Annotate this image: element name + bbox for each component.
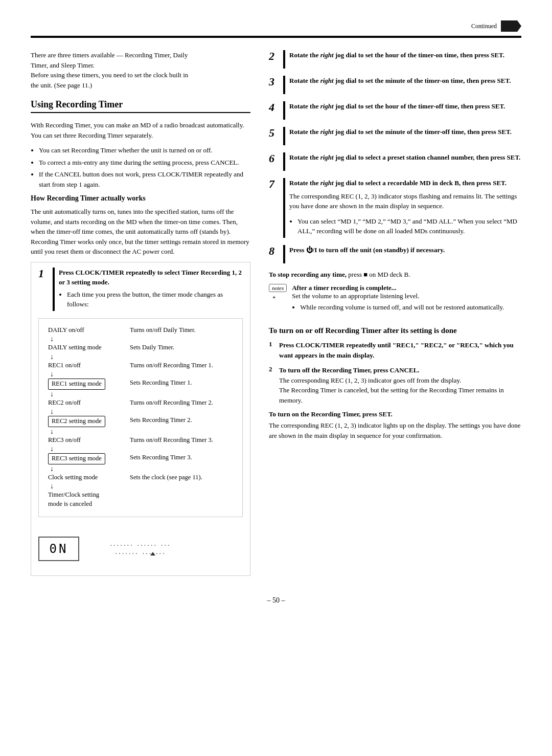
flow-row: REC2 on/off Turns on/off Recording Timer… — [48, 398, 233, 408]
turn-sub-heading: To turn on the Recording Timer, press SE… — [269, 410, 521, 418]
right-column: 2 Rotate the right jog dial to set the h… — [269, 50, 521, 576]
flow-desc: Sets Recording Timer 3. — [130, 453, 233, 462]
flow-label: REC3 on/off — [48, 436, 130, 445]
notes-bullets: While recording volume is turned off, an… — [292, 302, 504, 313]
step-4-content: Rotate the right jog dial to set the hou… — [289, 101, 521, 112]
turn-step-1: 1 Press CLOCK/TIMER repeatedly until "RE… — [269, 340, 521, 360]
turn-heading: To turn on or off Recording Timer after … — [269, 325, 521, 336]
display-dots-icon: ....... ...... .... ....... ....... — [109, 538, 171, 558]
step-bar — [283, 245, 285, 263]
step-7-content: Rotate the right jog dial to select a re… — [289, 178, 521, 238]
step-3: 3 Rotate the right jog dial to set the m… — [269, 76, 521, 94]
step-number-3: 3 — [269, 76, 280, 88]
flow-arrow-icon: ↓ — [48, 483, 233, 490]
stop-text: To stop recording any time, press ■ on M… — [269, 271, 521, 279]
top-bar: Continued — [31, 20, 521, 32]
flow-desc: Turns on/off Recording Timer 1. — [130, 361, 233, 370]
flow-label: REC2 setting mode — [48, 416, 130, 427]
list-item: While recording volume is turned off, an… — [300, 302, 504, 313]
steps-right: 2 Rotate the right jog dial to set the h… — [269, 50, 521, 263]
step-number-8: 8 — [269, 245, 280, 257]
step-number: 2 — [269, 365, 276, 373]
notes-box: notes ✦ After a timer recording is compl… — [269, 284, 521, 318]
step-bar — [53, 268, 55, 311]
step-1: 1 Press CLOCK/TIMER repeatedly to select… — [38, 268, 243, 311]
flow-row: REC1 on/off Turns on/off Recording Timer… — [48, 361, 233, 370]
step-number-7: 7 — [269, 178, 280, 190]
step-content: To turn off the Recording Timer, press C… — [279, 365, 521, 405]
sub-heading: How Recording Timer actually works — [31, 194, 250, 203]
list-item: You can set Recording Timer whether the … — [39, 145, 250, 155]
display-dots: ....... ...... .... ....... ....... — [89, 529, 171, 568]
turn-step-2: 2 To turn off the Recording Timer, press… — [269, 365, 521, 405]
flow-row: REC3 setting mode Sets Recording Timer 3… — [48, 453, 233, 464]
step-2: 2 Rotate the right jog dial to set the h… — [269, 50, 521, 69]
list-item: You can select “MD 1,” “MD 2,” “MD 3,” a… — [297, 216, 521, 236]
notes-content: After a timer recording is complete... S… — [292, 284, 504, 318]
step-8-content: Press ⏻/I to turn off the unit (on stand… — [289, 245, 521, 255]
svg-text:....... .......: ....... ....... — [114, 549, 165, 555]
step-bar — [283, 76, 285, 94]
flow-row: REC2 setting mode Sets Recording Timer 2… — [48, 416, 233, 427]
display-area: 0N ....... ...... .... ....... ....... — [38, 529, 243, 568]
step-number: 1 — [269, 340, 276, 348]
flow-row: REC3 on/off Turns on/off Recording Timer… — [48, 436, 233, 445]
flow-desc: Turns on/off Daily Timer. — [130, 326, 233, 335]
display-box: 0N — [38, 537, 79, 561]
flow-arrow-icon: ↓ — [48, 446, 233, 453]
flow-arrow-icon: ↓ — [48, 371, 233, 378]
list-item: If the CANCEL button does not work, pres… — [39, 169, 250, 189]
intro-text: There are three timers available — Recor… — [31, 50, 250, 90]
left-column: There are three timers available — Recor… — [31, 50, 250, 576]
top-rule — [31, 36, 521, 38]
section-heading: Using Recording Timer — [31, 99, 250, 113]
main-content: There are three timers available — Recor… — [31, 50, 521, 576]
flow-diagram: DAILY on/off Turns on/off Daily Timer. ↓… — [38, 318, 243, 518]
step-4: 4 Rotate the right jog dial to set the h… — [269, 101, 521, 120]
flow-arrow-icon: ↓ — [48, 465, 233, 473]
step1-box: 1 Press CLOCK/TIMER repeatedly to select… — [31, 262, 250, 576]
notes-decoration-icon: ✦ — [272, 293, 284, 300]
flow-arrow-icon: ↓ — [48, 428, 233, 435]
step-5-content: Rotate the right jog dial to set the min… — [289, 127, 521, 137]
svg-text:✦: ✦ — [272, 295, 276, 300]
step-bar — [283, 127, 285, 145]
bullet-list: You can set Recording Timer whether the … — [31, 145, 250, 189]
step-bar — [283, 50, 285, 69]
flow-label: REC1 setting mode — [48, 379, 130, 390]
continued-arrow-icon — [501, 20, 521, 32]
step-2-content: Rotate the right jog dial to set the hou… — [289, 50, 521, 60]
flow-row: DAILY on/off Turns on/off Daily Timer. — [48, 326, 233, 335]
notes-icon: notes ✦ — [269, 284, 287, 300]
flow-desc: Sets the clock (see page 11). — [130, 473, 233, 482]
sub-text: The unit automatically turns on, tunes i… — [31, 207, 250, 257]
flow-arrow-icon: ↓ — [48, 408, 233, 415]
flow-label: REC1 on/off — [48, 361, 130, 370]
turn-sub-text: The corresponding REC (1, 2, 3) indicato… — [269, 420, 521, 440]
continued-label: Continued — [471, 23, 497, 30]
flow-arrow-icon: ↓ — [48, 353, 233, 361]
step-bar — [283, 178, 285, 238]
flow-arrow-icon: ↓ — [48, 336, 233, 343]
flow-label: REC3 setting mode — [48, 453, 130, 464]
page-number: – 50 – — [31, 596, 521, 605]
flow-arrow-icon: ↓ — [48, 391, 233, 398]
flow-label: Timer/Clock settingmode is canceled — [48, 491, 130, 508]
flow-row: Timer/Clock settingmode is canceled — [48, 491, 233, 508]
step-content: Press CLOCK/TIMER repeatedly until "REC1… — [279, 340, 521, 360]
step-7: 7 Rotate the right jog dial to select a … — [269, 178, 521, 238]
flow-label: REC2 on/off — [48, 398, 130, 408]
step-3-content: Rotate the right jog dial to set the min… — [289, 76, 521, 86]
step-number-2: 2 — [269, 50, 280, 62]
flow-row: REC1 setting mode Sets Recording Timer 1… — [48, 379, 233, 390]
step-bar — [283, 152, 285, 171]
step-bar — [283, 101, 285, 120]
step-7-bullets: You can select “MD 1,” “MD 2,” “MD 3,” a… — [289, 216, 521, 236]
flow-row: DAILY setting mode Sets Daily Timer. — [48, 343, 233, 352]
flow-desc: Turns on/off Recording Timer 3. — [130, 436, 233, 445]
step-number-4: 4 — [269, 101, 280, 114]
list-item: To correct a mis-entry any time during t… — [39, 158, 250, 168]
flow-label: DAILY on/off — [48, 326, 130, 335]
flow-desc: Sets Recording Timer 2. — [130, 416, 233, 425]
step-6-content: Rotate the right jog dial to select a pr… — [289, 152, 521, 163]
